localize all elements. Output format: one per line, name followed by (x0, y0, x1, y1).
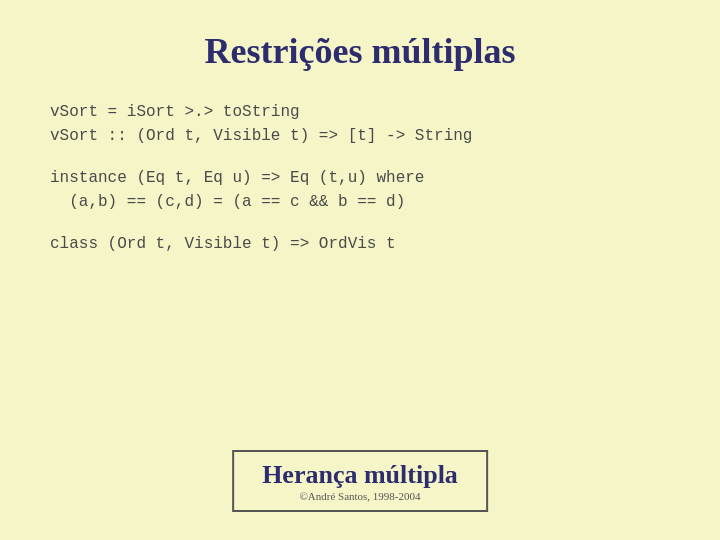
code-block: vSort = iSort >.> toString vSort :: (Ord… (50, 100, 670, 256)
code-line-4: instance (Eq t, Eq u) => Eq (t,u) where (50, 166, 670, 190)
slide-title: Restrições múltiplas (205, 30, 516, 72)
code-line-7: class (Ord t, Visible t) => OrdVis t (50, 232, 670, 256)
code-gap-1 (50, 148, 670, 166)
code-gap-2 (50, 214, 670, 232)
slide: Restrições múltiplas vSort = iSort >.> t… (0, 0, 720, 540)
bottom-box: Herança múltipla ©André Santos, 1998-200… (232, 450, 488, 512)
code-line-5: (a,b) == (c,d) = (a == c && b == d) (50, 190, 670, 214)
code-line-1: vSort = iSort >.> toString (50, 100, 670, 124)
bottom-box-subtitle: ©André Santos, 1998-2004 (262, 490, 458, 502)
bottom-box-title: Herança múltipla (262, 460, 458, 490)
code-line-2: vSort :: (Ord t, Visible t) => [t] -> St… (50, 124, 670, 148)
